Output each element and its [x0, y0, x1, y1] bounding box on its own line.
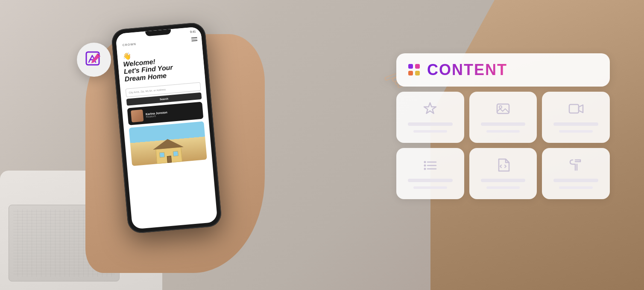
- content-card-image[interactable]: [469, 92, 537, 143]
- card-label-bar: [481, 122, 526, 126]
- card-label-bar: [553, 179, 598, 182]
- dot-top-right: [415, 64, 420, 69]
- svg-rect-1: [497, 104, 509, 113]
- house-window-right: [173, 151, 179, 157]
- svg-rect-3: [569, 104, 579, 113]
- card-label-bar-small: [559, 130, 592, 133]
- phone-body: 9:41 CROWN 👋 Welcome! Let's Find Your Dr…: [111, 22, 222, 234]
- dot-bottom-left: [408, 71, 413, 75]
- content-header-card[interactable]: CONTENT: [396, 53, 610, 87]
- card-label-bar-small: [413, 130, 447, 133]
- paragraph-icon: [567, 156, 585, 174]
- content-card-paragraph[interactable]: [542, 148, 610, 199]
- card-label-bar: [408, 179, 453, 182]
- card-label-bar: [481, 179, 526, 182]
- status-time: 9:41: [190, 30, 196, 33]
- house-window-left: [159, 152, 165, 158]
- edit-bubble: [77, 43, 111, 77]
- image-icon: [494, 99, 512, 118]
- phone-welcome-section: 👋 Welcome! Let's Find Your Dream Home: [117, 42, 205, 87]
- hamburger-menu[interactable]: [191, 37, 198, 41]
- code-file-icon: [494, 156, 512, 174]
- list-icon: [421, 156, 439, 174]
- content-cards-grid: [396, 92, 610, 199]
- content-title: CONTENT: [427, 61, 507, 79]
- svg-point-4: [424, 161, 426, 163]
- star-icon: [421, 99, 439, 118]
- search-placeholder: City Area, Zip, MLS#, or Address: [129, 88, 166, 94]
- agent-info: Karina Jonston Realtor®: [146, 108, 200, 118]
- svg-point-8: [424, 168, 426, 170]
- content-card-video[interactable]: [542, 92, 610, 143]
- phone-search-section: City Area, Zip, MLS#, or Address Search: [126, 82, 202, 106]
- dot-bottom-right: [415, 71, 420, 75]
- agent-avatar: [131, 110, 143, 122]
- agent-card: Karina Jonston Realtor®: [127, 102, 204, 125]
- dot-top-left: [408, 64, 413, 69]
- content-card-code[interactable]: [469, 148, 537, 199]
- card-label-bar-small: [413, 186, 447, 189]
- content-card-list[interactable]: [396, 148, 464, 199]
- phone-house-image: [129, 122, 207, 166]
- content-card-star[interactable]: [396, 92, 464, 143]
- video-icon: [567, 99, 585, 118]
- phone-screen: 9:41 CROWN 👋 Welcome! Let's Find Your Dr…: [115, 26, 217, 229]
- house-door: [167, 156, 172, 163]
- phone-mockup: 9:41 CROWN 👋 Welcome! Let's Find Your Dr…: [111, 22, 222, 234]
- card-label-bar: [553, 122, 598, 126]
- edit-icon: [85, 50, 103, 69]
- card-label-bar: [408, 122, 453, 126]
- welcome-title: Welcome! Let's Find Your Dream Home: [123, 54, 200, 83]
- svg-point-6: [424, 165, 426, 167]
- card-label-bar-small: [559, 186, 592, 189]
- content-panel: CONTENT: [396, 53, 610, 199]
- card-label-bar-small: [486, 130, 520, 133]
- svg-point-2: [499, 106, 502, 108]
- card-label-bar-small: [486, 186, 520, 189]
- welcome-emoji: 👋: [122, 52, 131, 60]
- content-dots-icon: [408, 64, 420, 76]
